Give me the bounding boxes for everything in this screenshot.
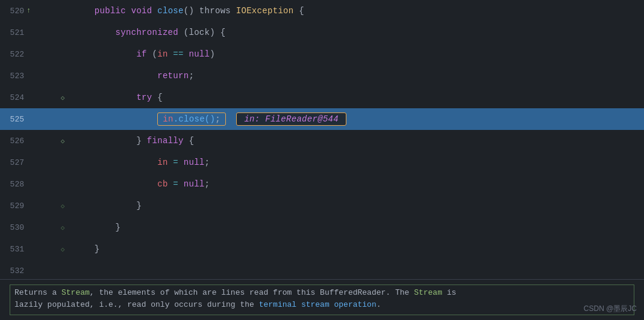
status-line1-end: . The bbox=[386, 288, 414, 297]
code-container: 520↑ public void close() throws IOExcept… bbox=[0, 0, 644, 279]
gutter-icon: ◇ bbox=[61, 224, 65, 232]
gutter-icon: ◇ bbox=[61, 202, 65, 210]
indent-525 bbox=[73, 114, 157, 124]
line-number-530: 530 bbox=[5, 223, 24, 232]
var-in: in bbox=[163, 114, 173, 124]
code-line-528: 528 cb = null; bbox=[0, 173, 644, 195]
code-content-520: public void close() throws IOException { bbox=[69, 6, 644, 16]
token: { bbox=[184, 136, 194, 146]
code-content-530: } bbox=[69, 223, 644, 232]
editor-area: 520↑ public void close() throws IOExcept… bbox=[0, 0, 644, 320]
token: try bbox=[73, 93, 157, 102]
line-number-525: 525 bbox=[5, 115, 24, 124]
token: void bbox=[131, 6, 158, 16]
token: ; bbox=[189, 71, 194, 81]
token bbox=[73, 158, 157, 167]
code-content-523: return; bbox=[69, 71, 644, 81]
status-line1-mid: , the elements of which are lines read f… bbox=[90, 288, 320, 297]
code-content-525: in.close(); in: FileReader@544 bbox=[69, 112, 644, 126]
token: } bbox=[73, 244, 100, 254]
code-line-520: 520↑ public void close() throws IOExcept… bbox=[0, 0, 644, 22]
line-number-527: 527 bbox=[5, 158, 24, 167]
line-number-522: 522 bbox=[5, 50, 24, 59]
token: IOException bbox=[236, 6, 294, 16]
code-line-530: 530◇ } bbox=[0, 217, 644, 238]
line-number-532: 532 bbox=[5, 266, 24, 275]
code-content-521: synchronized (lock) { bbox=[69, 28, 644, 37]
line-number-523: 523 bbox=[5, 72, 24, 81]
token: { bbox=[157, 93, 163, 102]
token: ( bbox=[152, 49, 158, 59]
watermark: CSDN @墨辰JC bbox=[584, 304, 637, 314]
gutter-531: ◇ bbox=[57, 245, 69, 253]
token bbox=[73, 179, 157, 189]
status-bar: Returns a Stream, the elements of which … bbox=[0, 279, 644, 320]
code-line-525: 525 in.close(); in: FileReader@544 bbox=[0, 108, 644, 130]
code-line-523: 523 return; bbox=[0, 65, 644, 87]
token: cb bbox=[157, 179, 167, 189]
gutter-530: ◇ bbox=[57, 224, 69, 232]
token: in bbox=[157, 158, 167, 167]
token: if bbox=[73, 49, 152, 59]
code-content-527: in = null; bbox=[69, 158, 644, 167]
line-number-528: 528 bbox=[5, 180, 24, 189]
code-line-524: 524◇ try { bbox=[0, 87, 644, 108]
code-line-529: 529◇ } bbox=[0, 195, 644, 217]
diamond-icon: ◇ bbox=[61, 94, 65, 102]
gutter-526: ◇ bbox=[57, 137, 69, 145]
status-line2-prefix: lazily populated, i.e., read only occurs… bbox=[14, 300, 259, 309]
code-content-528: cb = null; bbox=[69, 179, 644, 189]
code-line-532: 532 bbox=[0, 260, 644, 279]
token: () throws bbox=[184, 6, 236, 16]
code-content-526: } finally { bbox=[69, 136, 644, 146]
code-line-526: 526◇ } finally { bbox=[0, 130, 644, 152]
token: null bbox=[189, 49, 210, 59]
status-line1-end2: is bbox=[442, 288, 456, 297]
code-content-529: } bbox=[69, 201, 644, 211]
token: ; bbox=[205, 179, 210, 189]
semicolon: ; bbox=[215, 114, 220, 124]
line-number-520: 520 bbox=[5, 7, 24, 16]
line-number-531: 531 bbox=[5, 245, 24, 254]
code-content-531: } bbox=[69, 244, 644, 254]
token: } bbox=[73, 201, 142, 211]
line-number-521: 521 bbox=[5, 28, 24, 37]
token: ; bbox=[205, 158, 210, 167]
line-number-526: 526 bbox=[5, 137, 24, 146]
token: == bbox=[168, 49, 189, 59]
code-line-521: 521 synchronized (lock) { bbox=[0, 22, 644, 43]
line-number-529: 529 bbox=[5, 202, 24, 211]
status-line1-prefix: Returns a bbox=[14, 288, 61, 297]
token: = bbox=[168, 179, 184, 189]
token: null bbox=[184, 158, 205, 167]
token: null bbox=[184, 179, 205, 189]
code-line-531: 531◇ } bbox=[0, 238, 644, 260]
token: return bbox=[73, 71, 189, 81]
token: ) bbox=[210, 49, 215, 59]
token: public bbox=[73, 6, 131, 16]
code-tooltip-box: in.close(); bbox=[157, 112, 226, 126]
token: { bbox=[293, 6, 304, 16]
status-class: BufferedReader bbox=[320, 288, 386, 297]
code-line-527: 527 in = null; bbox=[0, 152, 644, 173]
token: finally bbox=[147, 136, 184, 146]
code-line-522: 522 if (in == null) bbox=[0, 43, 644, 65]
token: } bbox=[73, 223, 120, 232]
status-terminal-link[interactable]: terminal stream operation bbox=[259, 300, 377, 309]
diamond-icon: ◇ bbox=[61, 137, 65, 145]
value-tooltip-box: in: FileReader@544 bbox=[236, 112, 346, 126]
status-text: Returns a Stream, the elements of which … bbox=[10, 285, 461, 313]
token: } bbox=[73, 136, 147, 146]
token: (lock) { bbox=[184, 28, 226, 37]
status-stream1: Stream bbox=[61, 288, 90, 297]
token: = bbox=[168, 158, 184, 167]
code-content-524: try { bbox=[69, 93, 644, 102]
status-stream2: Stream bbox=[414, 288, 442, 297]
status-line2-end: . bbox=[377, 300, 381, 309]
gutter-529: ◇ bbox=[57, 202, 69, 210]
code-content-522: if (in == null) bbox=[69, 49, 644, 59]
token: synchronized bbox=[73, 28, 184, 37]
gutter-icon: ◇ bbox=[61, 245, 65, 253]
method-close: .close() bbox=[174, 114, 216, 124]
token: in bbox=[157, 49, 167, 59]
